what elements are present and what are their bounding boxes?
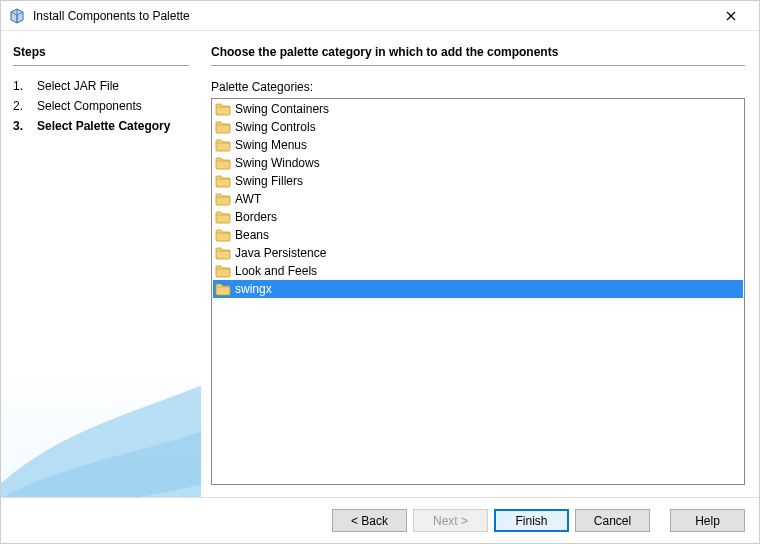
help-button[interactable]: Help — [670, 509, 745, 532]
step-number: 1. — [13, 77, 27, 95]
folder-icon — [215, 120, 231, 134]
step-item: 3.Select Palette Category — [13, 116, 189, 136]
folder-icon — [215, 228, 231, 242]
back-button[interactable]: < Back — [332, 509, 407, 532]
category-label: swingx — [235, 282, 272, 296]
category-item[interactable]: Swing Controls — [213, 118, 743, 136]
category-label: Swing Menus — [235, 138, 307, 152]
category-label: Swing Windows — [235, 156, 320, 170]
step-label: Select JAR File — [37, 77, 119, 95]
folder-icon — [215, 210, 231, 224]
step-label: Select Components — [37, 97, 142, 115]
category-item[interactable]: Swing Fillers — [213, 172, 743, 190]
category-item[interactable]: AWT — [213, 190, 743, 208]
category-label: Swing Controls — [235, 120, 316, 134]
category-label: Java Persistence — [235, 246, 326, 260]
step-item: 1.Select JAR File — [13, 76, 189, 96]
category-label: Swing Fillers — [235, 174, 303, 188]
decorative-swoosh — [1, 297, 201, 497]
list-label: Palette Categories: — [211, 80, 745, 94]
close-button[interactable] — [711, 2, 751, 30]
step-item: 2.Select Components — [13, 96, 189, 116]
app-icon — [9, 8, 25, 24]
folder-icon — [215, 102, 231, 116]
steps-heading: Steps — [13, 45, 189, 66]
content-area: Steps 1.Select JAR File2.Select Componen… — [1, 31, 759, 497]
cancel-button[interactable]: Cancel — [575, 509, 650, 532]
category-item[interactable]: Borders — [213, 208, 743, 226]
footer-buttons: < Back Next > Finish Cancel Help — [1, 497, 759, 543]
category-label: Look and Feels — [235, 264, 317, 278]
category-label: Borders — [235, 210, 277, 224]
close-icon — [726, 11, 736, 21]
main-panel: Choose the palette category in which to … — [201, 31, 759, 497]
category-item[interactable]: Java Persistence — [213, 244, 743, 262]
category-label: Beans — [235, 228, 269, 242]
folder-icon — [215, 138, 231, 152]
folder-icon — [215, 246, 231, 260]
category-item[interactable]: swingx — [213, 280, 743, 298]
category-item[interactable]: Look and Feels — [213, 262, 743, 280]
folder-icon — [215, 282, 231, 296]
categories-listbox[interactable]: Swing ContainersSwing ControlsSwing Menu… — [211, 98, 745, 485]
step-number: 3. — [13, 117, 27, 135]
titlebar: Install Components to Palette — [1, 1, 759, 31]
sidebar: Steps 1.Select JAR File2.Select Componen… — [1, 31, 201, 497]
folder-icon — [215, 174, 231, 188]
main-heading: Choose the palette category in which to … — [211, 45, 745, 66]
step-label: Select Palette Category — [37, 117, 170, 135]
step-number: 2. — [13, 97, 27, 115]
category-item[interactable]: Beans — [213, 226, 743, 244]
folder-icon — [215, 156, 231, 170]
category-label: AWT — [235, 192, 261, 206]
category-item[interactable]: Swing Windows — [213, 154, 743, 172]
steps-list: 1.Select JAR File2.Select Components3.Se… — [13, 76, 189, 136]
category-label: Swing Containers — [235, 102, 329, 116]
next-button: Next > — [413, 509, 488, 532]
folder-icon — [215, 264, 231, 278]
window-title: Install Components to Palette — [33, 9, 711, 23]
category-item[interactable]: Swing Containers — [213, 100, 743, 118]
finish-button[interactable]: Finish — [494, 509, 569, 532]
folder-icon — [215, 192, 231, 206]
category-item[interactable]: Swing Menus — [213, 136, 743, 154]
